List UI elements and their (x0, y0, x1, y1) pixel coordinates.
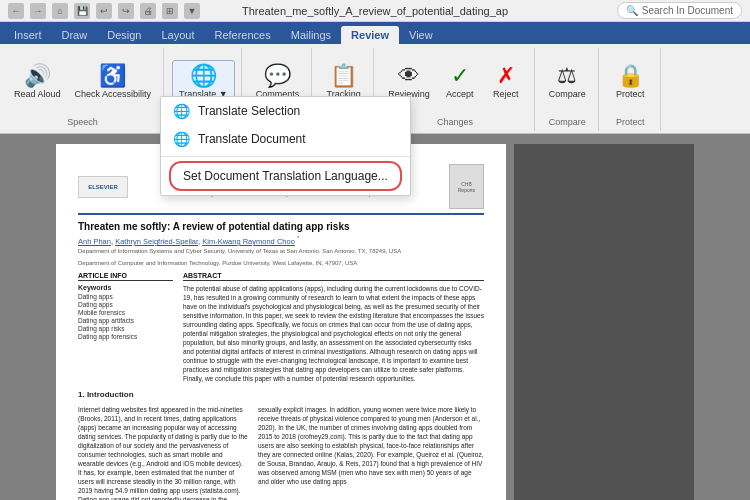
search-icon: 🔍 (626, 5, 638, 16)
read-aloud-label: Read Aloud (14, 89, 61, 99)
compare-label: Compare (549, 89, 586, 99)
keyword-5: Dating app risks (78, 325, 173, 332)
tracking-icon: 📋 (330, 65, 357, 87)
more-icon[interactable]: ▼ (184, 3, 200, 19)
search-bar[interactable]: 🔍 Search In Document (617, 2, 742, 19)
intro-text-left: Internet dating websites first appeared … (78, 405, 248, 500)
journal-thumbnail: CHBReports (449, 164, 484, 209)
abstract-label: ABSTRACT (183, 272, 484, 281)
print-icon[interactable]: 🖨 (140, 3, 156, 19)
speech-group-label: Speech (67, 115, 98, 127)
translate-document-label: Translate Document (198, 132, 306, 146)
abstract-text: The potential abuse of dating applicatio… (183, 284, 484, 384)
translate-dropdown: 🌐 Translate Selection 🌐 Translate Docume… (160, 96, 411, 196)
translate-selection-label: Translate Selection (198, 104, 300, 118)
accept-button[interactable]: ✓ Accept (438, 61, 482, 103)
tab-references[interactable]: References (204, 26, 280, 44)
speech-buttons: 🔊 Read Aloud ♿ Check Accessibility (8, 48, 157, 115)
intro-right: sexually explicit images. In addition, y… (258, 405, 484, 500)
abstract-column: ABSTRACT The potential abuse of dating a… (183, 272, 484, 384)
author-2: Kathryn Seigfried-Spellar (115, 237, 198, 246)
affiliation-1: Department of Information Systems and Cy… (78, 248, 484, 254)
accessibility-label: Check Accessibility (75, 89, 152, 99)
set-language-label: Set Document Translation Language... (183, 169, 388, 183)
reject-label: Reject (493, 89, 519, 99)
home-icon[interactable]: ⌂ (52, 3, 68, 19)
protect-label: Protect (616, 89, 645, 99)
set-language-item[interactable]: Set Document Translation Language... (169, 161, 402, 191)
article-info-label: ARTICLE INFO (78, 272, 173, 281)
dropdown-divider (161, 156, 410, 157)
ribbon: 🔊 Read Aloud ♿ Check Accessibility Speec… (0, 44, 750, 134)
introduction-section: 1. Introduction Internet dating websites… (78, 390, 484, 500)
translate-icon: 🌐 (190, 65, 217, 87)
ribbon-group-protect: 🔒 Protect Protect (601, 48, 661, 131)
translate-document-item[interactable]: 🌐 Translate Document (161, 125, 410, 153)
intro-title: 1. Introduction (78, 390, 484, 399)
translate-selection-icon: 🌐 (173, 103, 190, 119)
search-placeholder: Search In Document (642, 5, 733, 16)
translate-document-icon: 🌐 (173, 131, 190, 147)
intro-body: Internet dating websites first appeared … (78, 405, 484, 500)
reject-icon: ✗ (497, 65, 515, 87)
tab-draw[interactable]: Draw (52, 26, 98, 44)
layout-icon[interactable]: ⊞ (162, 3, 178, 19)
read-aloud-button[interactable]: 🔊 Read Aloud (8, 61, 67, 103)
translate-selection-item[interactable]: 🌐 Translate Selection (161, 97, 410, 125)
ribbon-group-speech: 🔊 Read Aloud ♿ Check Accessibility Speec… (2, 48, 164, 131)
redo-icon[interactable]: ↪ (118, 3, 134, 19)
tab-insert[interactable]: Insert (4, 26, 52, 44)
keyword-6: Dating app forensics (78, 333, 173, 340)
compare-icon: ⚖ (557, 65, 577, 87)
protect-buttons: 🔒 Protect (608, 48, 652, 115)
window-controls: ← → ⌂ 💾 ↩ ↪ 🖨 ⊞ ▼ (8, 3, 200, 19)
author-1: Anh Phan (78, 237, 111, 246)
accept-icon: ✓ (451, 65, 469, 87)
article-info-column: ARTICLE INFO Keywords Dating apps Dating… (78, 272, 173, 384)
compare-button[interactable]: ⚖ Compare (543, 61, 592, 103)
tab-mailings[interactable]: Mailings (281, 26, 341, 44)
intro-left: Internet dating websites first appeared … (78, 405, 248, 500)
tab-review[interactable]: Review (341, 26, 399, 44)
forward-icon[interactable]: → (30, 3, 46, 19)
accessibility-icon: ♿ (99, 65, 126, 87)
protect-group-label: Protect (616, 115, 645, 127)
article-authors: Anh Phan, Kathryn Seigfried-Spellar, Kim… (78, 235, 484, 246)
changes-group-label: Changes (437, 115, 473, 127)
document-title: Threaten_me_softly_A_review_of_potential… (242, 5, 508, 17)
keyword-2: Dating apps (78, 301, 173, 308)
side-panel (514, 144, 694, 500)
ribbon-tabs: Insert Draw Design Layout References Mai… (0, 22, 750, 44)
keyword-3: Mobile forensics (78, 309, 173, 316)
accept-label: Accept (446, 89, 474, 99)
affiliation-2: Department of Computer and Information T… (78, 260, 484, 266)
back-icon[interactable]: ← (8, 3, 24, 19)
comments-icon: 💬 (264, 65, 291, 87)
article-title: Threaten me softly: A review of potentia… (78, 221, 484, 232)
reject-button[interactable]: ✗ Reject (484, 61, 528, 103)
compare-buttons: ⚖ Compare (543, 48, 592, 115)
title-bar: ← → ⌂ 💾 ↩ ↪ 🖨 ⊞ ▼ Threaten_me_softly_A_r… (0, 0, 750, 22)
keyword-4: Dating app artifacts (78, 317, 173, 324)
compare-group-label: Compare (549, 115, 586, 127)
read-aloud-icon: 🔊 (24, 65, 51, 87)
ribbon-group-compare: ⚖ Compare Compare (537, 48, 599, 131)
tab-design[interactable]: Design (97, 26, 151, 44)
tab-layout[interactable]: Layout (151, 26, 204, 44)
protect-button[interactable]: 🔒 Protect (608, 61, 652, 103)
undo-icon[interactable]: ↩ (96, 3, 112, 19)
reviewing-icon: 👁 (398, 65, 420, 87)
elsevier-logo: ELSEVIER (78, 176, 128, 198)
keywords-label: Keywords (78, 284, 173, 291)
article-body: ARTICLE INFO Keywords Dating apps Dating… (78, 272, 484, 384)
tab-view[interactable]: View (399, 26, 443, 44)
document-page: ELSEVIER Computers in Human Behavior Rep… (56, 144, 506, 500)
protect-icon: 🔒 (617, 65, 644, 87)
author-3: Kim-Kwang Raymond Choo (202, 237, 295, 246)
accessibility-button[interactable]: ♿ Check Accessibility (69, 61, 158, 103)
keyword-1: Dating apps (78, 293, 173, 300)
save-icon[interactable]: 💾 (74, 3, 90, 19)
intro-text-right: sexually explicit images. In addition, y… (258, 405, 484, 487)
